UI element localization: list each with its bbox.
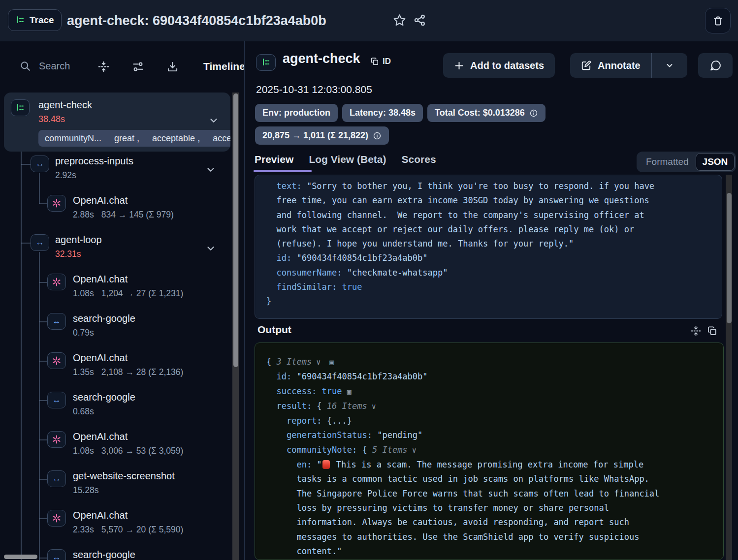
- share-icon[interactable]: [414, 14, 426, 27]
- toggle-json[interactable]: JSON: [696, 153, 735, 171]
- total-cost-badge: Total Cost: $0.013286: [427, 104, 545, 122]
- node-duration: 0.79s: [73, 328, 94, 338]
- openai-icon: [47, 431, 66, 448]
- collapse-all-icon[interactable]: [98, 61, 109, 72]
- page-title: agent-check: 690434f40854c1bf23a4ab0b: [67, 0, 326, 41]
- node-duration: 2.88s: [73, 210, 94, 220]
- search-input-wrap[interactable]: [20, 60, 94, 72]
- openai-icon: [47, 274, 66, 290]
- copy-icon: [370, 57, 379, 66]
- id-label: ID: [383, 57, 391, 66]
- output-copy-icon[interactable]: [707, 326, 717, 336]
- chevron-down-icon[interactable]: [205, 164, 216, 175]
- node-duration: 2.33s: [73, 525, 94, 535]
- sidebar-vertical-scrollbar-thumb[interactable]: [233, 93, 238, 367]
- node-tokens: 834 → 145 (Σ 979): [101, 210, 174, 220]
- toggle-formatted[interactable]: Formatted: [637, 156, 696, 167]
- root-node-duration: 38.48s: [38, 114, 65, 124]
- detail-vertical-scrollbar-thumb[interactable]: [727, 193, 732, 323]
- latency-badge: Latency: 38.48s: [342, 104, 423, 122]
- input-json-code: text: "Sorry to bother you, I think you'…: [255, 175, 722, 313]
- trace-node-search-google[interactable]: ↔ search-google 0.68s: [0, 391, 231, 430]
- pencil-edit-icon: [581, 60, 592, 71]
- filter-settings-icon[interactable]: [132, 61, 144, 72]
- bookmark-star-icon[interactable]: [393, 14, 406, 27]
- trace-timestamp: 2025-10-31 12:03:00.805: [256, 84, 372, 95]
- annotate-dropdown-chevron-icon[interactable]: [652, 53, 687, 78]
- span-arrows-icon: ↔: [47, 549, 66, 560]
- score-chip-label: communityN...: [45, 133, 101, 144]
- metadata-badges-row: Env: production Latency: 38.48s Total Co…: [255, 104, 545, 122]
- tab-preview[interactable]: Preview: [255, 154, 293, 165]
- trace-viewer-app: Trace agent-check: 690434f40854c1bf23a4a…: [0, 0, 738, 560]
- output-json-box[interactable]: { 3 Items ∨ ▣ id: "690434f40854c1bf23a4a…: [255, 342, 724, 560]
- node-duration: 0.68s: [73, 406, 94, 417]
- input-json-box[interactable]: text: "Sorry to bother you, I think you'…: [255, 175, 722, 319]
- tab-log-view[interactable]: Log View (Beta): [309, 154, 386, 165]
- trace-node-openai-chat[interactable]: OpenAI.chat 2.33s5,570 → 20 (Σ 5,590): [0, 509, 231, 548]
- token-usage-badge: 20,875 → 1,011 (Σ 21,822): [255, 126, 389, 145]
- node-tokens: 1,204 → 27 (Σ 1,231): [101, 288, 183, 299]
- score-chip-value: great ,: [114, 133, 139, 144]
- format-toggle: Formatted JSON: [637, 152, 736, 172]
- comments-button[interactable]: [698, 53, 733, 78]
- scores-chip[interactable]: communityN... great , acceptable , accep…: [38, 130, 230, 147]
- node-tokens: 2,108 → 28 (Σ 2,136): [101, 367, 183, 377]
- node-duration: 1.08s: [73, 446, 94, 456]
- sidebar-toolbar: Timeline: [0, 59, 245, 79]
- topbar: Trace agent-check: 690434f40854c1bf23a4a…: [0, 0, 738, 42]
- openai-icon: [47, 510, 66, 527]
- info-icon[interactable]: [529, 109, 538, 118]
- download-icon[interactable]: [167, 61, 178, 72]
- comment-bubble-icon: [709, 60, 722, 72]
- info-icon[interactable]: [373, 131, 382, 140]
- chevron-down-icon[interactable]: [205, 243, 216, 254]
- score-chip-value: acceptable ,: [152, 133, 200, 144]
- trace-node-agent-loop[interactable]: ↔ agent-loop 32.31s: [0, 233, 231, 273]
- node-duration: 32.31s: [55, 249, 81, 259]
- output-json-code: { 3 Items ∨ ▣ id: "690434f40854c1bf23a4a…: [255, 343, 723, 560]
- active-tab-indicator: [254, 170, 312, 172]
- openai-icon: [47, 195, 66, 212]
- node-tokens: 3,006 → 53 (Σ 3,059): [101, 446, 183, 456]
- span-arrows-icon: ↔: [47, 470, 66, 487]
- tab-scores[interactable]: Scores: [402, 154, 436, 165]
- span-arrows-icon: ↔: [47, 313, 66, 330]
- span-arrows-icon: ↔: [31, 234, 49, 251]
- trace-badge-label: Trace: [30, 15, 54, 26]
- score-chip-value: acceptable: [213, 133, 230, 144]
- trace-node-get-website-screenshot[interactable]: ↔ get-website-screenshot 15.28s: [0, 469, 231, 509]
- annotate-button[interactable]: Annotate: [570, 53, 651, 78]
- search-icon: [20, 61, 31, 72]
- trace-tree-sidebar: Timeline agent-check 38.48s communi: [0, 41, 245, 560]
- trace-node-search-google[interactable]: ↔ search-google 0.79s: [0, 312, 231, 351]
- plus-icon: [454, 61, 464, 71]
- trace-node-openai-chat[interactable]: OpenAI.chat 1.08s3,006 → 53 (Σ 3,059): [0, 430, 231, 469]
- node-duration: 15.28s: [73, 485, 99, 496]
- trace-detail-panel: agent-check ID Add to datasets Annotate …: [245, 41, 738, 560]
- env-badge: Env: production: [255, 104, 338, 122]
- delete-trace-button[interactable]: [705, 8, 731, 33]
- chevron-down-icon[interactable]: [208, 115, 219, 126]
- node-duration: 2.92s: [55, 170, 76, 181]
- node-duration: 1.08s: [73, 288, 94, 299]
- trace-tree-icon: [256, 54, 276, 71]
- output-section-title: Output: [257, 324, 291, 336]
- trace-node-openai-chat[interactable]: OpenAI.chat 1.08s1,204 → 27 (Σ 1,231): [0, 273, 231, 312]
- copy-id-button[interactable]: ID: [370, 57, 391, 66]
- root-node-name: agent-check: [38, 99, 92, 111]
- trace-node-preprocess-inputs[interactable]: ↔ preprocess-inputs 2.92s: [0, 155, 231, 194]
- trace-node-agent-check-root[interactable]: agent-check 38.48s communityN... great ,…: [4, 93, 230, 152]
- trace-node-openai-chat[interactable]: OpenAI.chat 2.88s834 → 145 (Σ 979): [0, 194, 231, 233]
- trace-type-badge: Trace: [8, 9, 62, 31]
- timeline-tab-label[interactable]: Timeline: [203, 61, 245, 72]
- trace-node-openai-chat[interactable]: OpenAI.chat 1.35s2,108 → 28 (Σ 2,136): [0, 351, 231, 391]
- output-collapse-icon[interactable]: [691, 326, 701, 336]
- annotate-button-group: Annotate: [570, 53, 687, 78]
- add-to-datasets-button[interactable]: Add to datasets: [443, 53, 555, 78]
- trash-icon: [712, 15, 724, 27]
- span-arrows-icon: ↔: [31, 156, 49, 172]
- search-input[interactable]: [38, 60, 94, 72]
- sidebar-horizontal-scrollbar-thumb[interactable]: [4, 555, 37, 559]
- node-tokens: 5,570 → 20 (Σ 5,590): [101, 525, 183, 535]
